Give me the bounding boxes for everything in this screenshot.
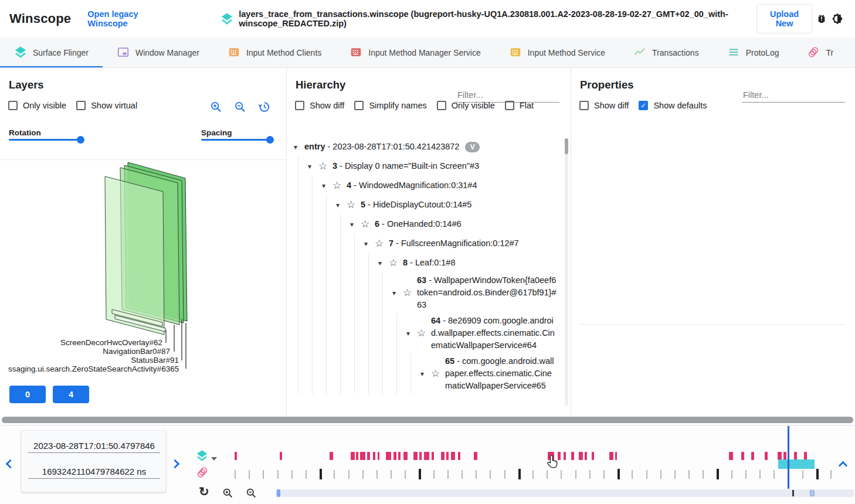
tab-tr[interactable]: Tr bbox=[793, 38, 847, 68]
timeline-selection-band[interactable] bbox=[778, 459, 815, 469]
upload-new-button[interactable]: Upload New bbox=[756, 4, 812, 33]
checkbox-box[interactable] bbox=[505, 101, 514, 110]
tab-transactions[interactable]: Transactions bbox=[619, 38, 713, 68]
tab-protolog[interactable]: ProtoLog bbox=[713, 38, 793, 68]
pin-star-icon[interactable]: ☆ bbox=[333, 179, 347, 192]
checkbox-box[interactable] bbox=[437, 101, 446, 110]
checkbox-only-visible[interactable]: Only visible bbox=[437, 101, 495, 110]
pin-star-icon[interactable]: ☆ bbox=[417, 327, 431, 339]
spacing-slider[interactable] bbox=[201, 139, 270, 141]
checkbox-only-visible[interactable]: Only visible bbox=[8, 101, 66, 110]
active-trace-selector[interactable] bbox=[196, 449, 217, 464]
tree-node-3[interactable]: ▾☆3 - Display 0 name="Built-in Screen"#3 bbox=[294, 156, 557, 176]
visibility-badge: V bbox=[465, 142, 479, 152]
spacing-slider-thumb[interactable] bbox=[266, 136, 274, 144]
rotation-slider[interactable] bbox=[9, 139, 80, 141]
checkbox-box[interactable]: ✓ bbox=[639, 101, 648, 110]
pin-star-icon[interactable]: ☆ bbox=[375, 237, 389, 250]
transaction-tick bbox=[589, 470, 591, 479]
expand-collapse-icon[interactable]: ▾ bbox=[406, 329, 417, 338]
next-entry-button[interactable] bbox=[171, 459, 180, 469]
hierarchy-scrollbar-thumb[interactable] bbox=[565, 138, 568, 154]
tree-node-63[interactable]: ▾☆63 - WallpaperWindowToken{fa0eef6 toke… bbox=[294, 273, 557, 313]
tree-node-7[interactable]: ▾☆7 - FullscreenMagnification:0:12#7 bbox=[294, 234, 557, 253]
display-group-button-0[interactable]: 0 bbox=[9, 386, 46, 403]
checkbox-label: Show diff bbox=[310, 101, 344, 110]
expand-collapse-icon[interactable]: ▾ bbox=[308, 162, 318, 171]
checkbox-show-virtual[interactable]: Show virtual bbox=[76, 101, 137, 110]
tab-input-method-manager-service[interactable]: Input Method Manager Service bbox=[335, 38, 494, 68]
range-slider-thumb[interactable] bbox=[810, 490, 815, 496]
pin-star-icon[interactable]: ☆ bbox=[403, 287, 417, 299]
checkbox-box[interactable] bbox=[354, 101, 364, 110]
pin-star-icon[interactable]: ☆ bbox=[347, 199, 361, 211]
checkbox-show-defaults[interactable]: ✓Show defaults bbox=[639, 101, 707, 110]
dark-mode-toggle-icon[interactable] bbox=[831, 11, 844, 27]
timeline-cursor[interactable] bbox=[788, 426, 789, 489]
rotation-slider-thumb[interactable] bbox=[77, 136, 84, 144]
expand-collapse-icon[interactable]: ▾ bbox=[364, 240, 375, 248]
checkbox-box[interactable] bbox=[8, 101, 18, 110]
timeline-zoom-in-icon[interactable] bbox=[222, 487, 233, 501]
layers-zoom-in-icon[interactable] bbox=[209, 100, 223, 114]
transactions-ticks-track[interactable] bbox=[235, 468, 833, 481]
tree-node-4[interactable]: ▾☆4 - WindowedMagnification:0:31#4 bbox=[294, 176, 557, 195]
transitions-trace-icon[interactable] bbox=[196, 466, 209, 481]
range-slider-handle[interactable] bbox=[277, 489, 280, 497]
trace-tab-bar: Surface FlingerWindow ManagerInput Metho… bbox=[0, 38, 855, 68]
checkbox-flat[interactable]: Flat bbox=[505, 101, 534, 110]
layer-label: ssaging.ui.search.ZeroStateSearchActivit… bbox=[8, 365, 179, 373]
transaction-tick bbox=[518, 469, 521, 479]
tree-node-5[interactable]: ▾☆5 - HideDisplayCutout:0:14#5 bbox=[294, 195, 557, 214]
checkbox-show-diff[interactable]: Show diff bbox=[295, 101, 344, 110]
properties-filter-input[interactable] bbox=[742, 88, 845, 103]
tree-node-6[interactable]: ▾☆6 - OneHanded:0:14#6 bbox=[294, 214, 557, 234]
timestamp-ns-input[interactable] bbox=[28, 465, 160, 479]
expand-collapse-icon[interactable]: ▾ bbox=[378, 259, 389, 267]
layers-3d-canvas[interactable]: ScreenDecorHwcOverlay#62 NavigationBar0#… bbox=[0, 159, 286, 375]
expand-collapse-icon[interactable]: ▾ bbox=[392, 289, 403, 297]
expand-collapse-icon[interactable]: ▾ bbox=[322, 182, 333, 190]
tree-node-entry[interactable]: ▾entry - 2023-08-28T17:01:50.421423872V bbox=[294, 137, 557, 156]
properties-divider bbox=[579, 324, 846, 325]
hierarchy-scrollbar-track[interactable] bbox=[565, 138, 568, 406]
expand-collapse-icon[interactable]: ▾ bbox=[420, 370, 431, 378]
expand-collapse-icon[interactable]: ▾ bbox=[336, 201, 347, 209]
trace-entry-mark bbox=[783, 452, 786, 460]
open-legacy-link[interactable]: Open legacy Winscope bbox=[87, 9, 168, 28]
surface-flinger-marks-track[interactable] bbox=[235, 452, 833, 461]
checkbox-box[interactable] bbox=[295, 101, 304, 110]
pin-star-icon[interactable]: ☆ bbox=[389, 257, 403, 269]
checkbox-box[interactable] bbox=[579, 101, 589, 110]
checkbox-simplify-names[interactable]: Simplify names bbox=[354, 101, 426, 110]
bug-report-icon[interactable] bbox=[815, 11, 828, 27]
collapse-timeline-button[interactable] bbox=[839, 461, 848, 471]
transaction-tick bbox=[674, 470, 676, 479]
timeline-range-slider[interactable] bbox=[276, 489, 854, 497]
tree-node-65[interactable]: ▾☆65 - com.google.android.wallpaper.effe… bbox=[294, 353, 557, 394]
tab-input-method-clients[interactable]: Input Method Clients bbox=[213, 38, 335, 68]
checkbox-show-diff[interactable]: Show diff bbox=[579, 101, 629, 110]
expand-collapse-icon[interactable]: ▾ bbox=[350, 220, 361, 229]
checkbox-box[interactable] bbox=[76, 101, 86, 110]
tree-node-8[interactable]: ▾☆8 - Leaf:0:1#8 bbox=[294, 253, 557, 273]
timeline-zoom-out-icon[interactable] bbox=[245, 487, 257, 501]
pin-star-icon[interactable]: ☆ bbox=[361, 218, 375, 230]
tab-window-manager[interactable]: Window Manager bbox=[103, 38, 213, 68]
tab-input-method-service[interactable]: Input Method Service bbox=[495, 38, 619, 68]
timestamp-human-input[interactable] bbox=[28, 439, 160, 453]
pin-star-icon[interactable]: ☆ bbox=[318, 160, 333, 172]
reset-view-history-icon[interactable] bbox=[257, 100, 271, 114]
horizontal-scrollbar[interactable] bbox=[2, 417, 853, 423]
display-group-button-4[interactable]: 4 bbox=[53, 386, 89, 403]
layers-zoom-out-icon[interactable] bbox=[233, 100, 247, 114]
tree-node-64[interactable]: ▾☆64 - 8e26909 com.google.android.wallpa… bbox=[294, 313, 557, 353]
expand-collapse-icon[interactable]: ▾ bbox=[294, 143, 304, 151]
pin-star-icon[interactable]: ☆ bbox=[431, 367, 445, 380]
previous-entry-button[interactable] bbox=[6, 459, 15, 469]
tab-surface-flinger[interactable]: Surface Flinger bbox=[0, 38, 103, 68]
trace-entry-mark bbox=[330, 452, 333, 460]
transaction-tick bbox=[476, 470, 477, 479]
timeline-refresh-icon[interactable]: ↻ bbox=[199, 486, 209, 498]
checkbox-label: Flat bbox=[520, 101, 534, 110]
